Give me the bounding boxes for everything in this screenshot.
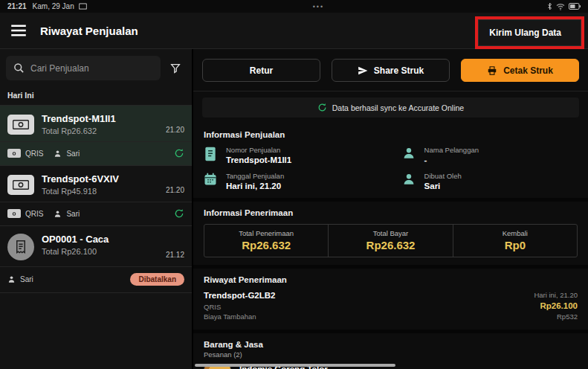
retur-button-label: Retur <box>250 65 273 76</box>
transaction-title: OP0001 - Caca <box>42 234 158 245</box>
transaction-title: Trendspot-6VXIV <box>42 173 158 184</box>
transaction-detail-panel: Retur Share Struk Cetak Struk Data berha… <box>193 49 588 369</box>
calendar-icon <box>204 173 219 186</box>
app-header: Riwayat Penjualan Kirim Ulang Data <box>0 13 588 49</box>
payment-method-icon <box>7 149 21 158</box>
horizontal-scrollbar[interactable] <box>195 364 395 367</box>
field-value: Hari ini, 21.20 <box>226 182 284 190</box>
payment-amount: Rp26.100 <box>534 301 578 310</box>
cashier-label: Sari <box>66 150 80 158</box>
total-value: Rp26.632 <box>332 239 449 251</box>
payment-date: Hari ini, 21.20 <box>534 291 578 299</box>
menu-icon[interactable] <box>10 25 27 36</box>
person-icon <box>54 210 62 218</box>
status-bar: 21:21 Kam, 29 Jan ••• <box>0 0 588 13</box>
cashier-label: Sari <box>66 210 80 218</box>
field-value: Trendspot-M1Il1 <box>226 155 291 164</box>
search-input[interactable] <box>30 63 153 74</box>
page-title: Riwayat Penjualan <box>40 25 138 37</box>
payment-history-section: Riwayat Penerimaan Trendspot-G2LB2 QRIS … <box>193 269 588 333</box>
filter-icon[interactable] <box>167 60 184 77</box>
sync-success-icon <box>174 148 184 158</box>
transaction-time: 21.20 <box>166 186 184 196</box>
wifi-icon <box>556 3 565 10</box>
print-receipt-button[interactable]: Cetak Struk <box>461 59 579 82</box>
field-value: - <box>424 155 479 164</box>
total-label: Total Penerimaan <box>207 229 325 237</box>
person-icon <box>402 173 417 186</box>
date: Kam, 29 Jan <box>33 2 74 10</box>
send-icon <box>358 65 368 76</box>
search-icon <box>13 62 25 74</box>
transaction-list-item[interactable]: Trendspot-M1Il1 Total Rp26.632 21.20 QRI… <box>0 106 192 166</box>
sync-status-banner: Data berhasil sync ke Accurate Online <box>202 97 579 118</box>
sync-success-icon <box>174 208 184 219</box>
transaction-total: Total Rp26.100 <box>42 247 158 256</box>
total-value: Rp26.632 <box>207 239 325 251</box>
payment-method-icon <box>7 209 21 218</box>
payment-history-entry: Trendspot-G2LB2 QRIS Biaya Tambahan Hari… <box>204 291 578 322</box>
banknote-icon <box>7 175 34 195</box>
total-label: Kembali <box>456 229 574 237</box>
order-count: Pesanan (2) <box>204 350 578 359</box>
field-label: Nomor Penjualan <box>226 146 291 154</box>
day-group-label: Hari Ini <box>0 86 192 106</box>
sales-info-section: Informasi Penjualan Nomor Penjualan Tren… <box>193 123 588 202</box>
transaction-time: 21.20 <box>166 126 184 135</box>
receipt-icon <box>7 234 34 260</box>
field-label: Tanggal Penjualan <box>226 172 284 180</box>
section-title: Barang & Jasa <box>204 340 578 349</box>
transaction-sidebar: Hari Ini Trendspot-M1Il1 Total Rp26.632 … <box>0 49 193 369</box>
person-icon <box>54 150 62 158</box>
printer-icon <box>487 65 497 76</box>
transaction-title: Trendspot-M1Il1 <box>42 113 158 124</box>
search-box[interactable] <box>6 56 161 80</box>
transaction-total: Total Rp45.918 <box>42 187 158 196</box>
field-value: Sari <box>424 182 462 190</box>
notch-dots: ••• <box>90 3 547 10</box>
payment-method-label: QRIS <box>25 150 43 158</box>
payment-method-label: QRIS <box>25 210 43 218</box>
item-price: Rp15.000 <box>540 365 578 369</box>
transaction-list-item[interactable]: Trendspot-6VXIV Total Rp45.918 21.20 QRI… <box>0 166 192 226</box>
transaction-time: 21.12 <box>166 251 184 260</box>
section-title: Informasi Penerimaan <box>204 208 578 217</box>
bluetooth-icon <box>547 2 552 10</box>
receipt-icon <box>204 147 219 161</box>
receipt-totals-section: Informasi Penerimaan Total Penerimaan Rp… <box>193 202 588 269</box>
payment-method: QRIS <box>204 303 534 312</box>
print-button-label: Cetak Struk <box>503 65 553 76</box>
cast-icon <box>79 3 87 10</box>
total-label: Total Bayar <box>332 229 449 237</box>
total-value: Rp0 <box>456 239 574 251</box>
person-icon <box>7 275 16 283</box>
retur-button[interactable]: Retur <box>202 59 320 82</box>
section-title: Informasi Penjualan <box>204 130 578 139</box>
cancelled-status-badge: Dibatalkan <box>130 273 184 286</box>
resend-data-button[interactable]: Kirim Ulang Data <box>478 19 581 46</box>
extra-fee-value: Rp532 <box>534 312 578 322</box>
transaction-total: Total Rp26.632 <box>42 126 158 135</box>
transaction-list-item[interactable]: OP0001 - Caca Total Rp26.100 21.12 Sari … <box>0 226 192 293</box>
annotation-highlight-box: Kirim Ulang Data <box>475 16 584 49</box>
sync-success-icon <box>317 103 327 112</box>
section-title: Riwayat Penerimaan <box>204 275 578 284</box>
person-icon <box>402 147 417 160</box>
clock: 21:21 <box>7 2 27 10</box>
cashier-label: Sari <box>20 275 33 283</box>
field-label: Nama Pelanggan <box>424 146 479 154</box>
field-label: Dibuat Oleh <box>424 172 462 180</box>
share-receipt-button[interactable]: Share Struk <box>332 59 450 82</box>
share-button-label: Share Struk <box>374 65 424 76</box>
sync-status-text: Data berhasil sync ke Accurate Online <box>332 103 464 112</box>
banknote-icon <box>7 115 34 135</box>
payment-name: Trendspot-G2LB2 <box>204 291 534 300</box>
battery-icon <box>569 3 581 10</box>
extra-fee-label: Biaya Tambahan <box>204 312 534 322</box>
